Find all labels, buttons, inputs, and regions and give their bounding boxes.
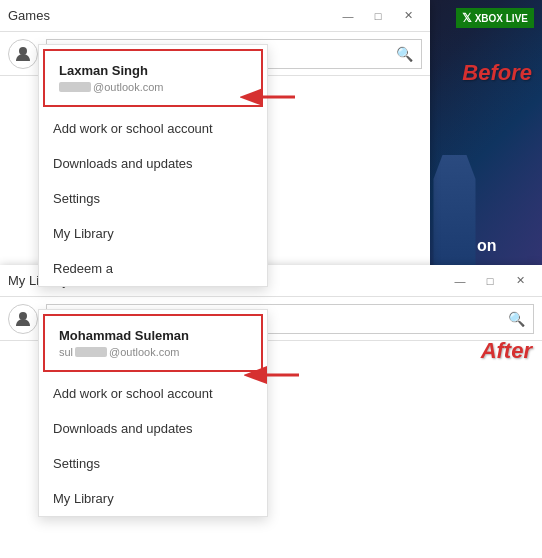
bottom-user-email: sul@outlook.com [59,346,247,358]
top-menu-redeem[interactable]: Redeem a [39,251,267,286]
top-window-title: Games [8,8,334,23]
top-menu-add-work[interactable]: Add work or school account [39,111,267,146]
top-menu-library[interactable]: My Library [39,216,267,251]
top-maximize-button[interactable]: □ [364,4,392,28]
arrow-bottom-svg [244,360,304,390]
bottom-menu-library[interactable]: My Library [39,481,267,516]
bottom-arrow [244,360,304,397]
svg-point-0 [19,47,27,55]
bottom-window: My Library — □ ✕ 🔍 Mohammad Suleman sul@… [0,265,542,558]
top-user-icon-button[interactable] [8,39,38,69]
bottom-user-icon-button[interactable] [8,304,38,334]
xbox-live-label: XBOX LIVE [475,13,528,24]
top-arrow [240,82,300,119]
bottom-menu-downloads[interactable]: Downloads and updates [39,411,267,446]
bottom-dropdown-menu: Mohammad Suleman sul@outlook.com Add wor… [38,309,268,517]
top-user-email: @outlook.com [59,81,247,93]
bottom-maximize-button[interactable]: □ [476,269,504,293]
bottom-email-blur [75,347,107,357]
top-search-button[interactable]: 🔍 [396,46,413,62]
bottom-menu-settings[interactable]: Settings [39,446,267,481]
xbox-live-badge-top: 𝕏 XBOX LIVE [456,8,534,28]
bottom-email-domain: @outlook.com [109,346,179,358]
top-email-domain: @outlook.com [93,81,163,93]
top-user-info[interactable]: Laxman Singh @outlook.com [43,49,263,107]
after-label: After [481,338,532,364]
bottom-close-button[interactable]: ✕ [506,269,534,293]
top-dropdown-menu: Laxman Singh @outlook.com Add work or sc… [38,44,268,287]
bottom-search-button[interactable]: 🔍 [508,311,525,327]
bottom-minimize-button[interactable]: — [446,269,474,293]
bottom-user-info[interactable]: Mohammad Suleman sul@outlook.com [43,314,263,372]
svg-point-2 [19,312,27,320]
bottom-email-prefix: sul [59,346,73,358]
on-text-top: on [477,237,497,255]
top-close-button[interactable]: ✕ [394,4,422,28]
user-icon-svg [14,45,32,63]
bottom-user-name: Mohammad Suleman [59,328,247,343]
top-window-controls: — □ ✕ [334,4,422,28]
bottom-user-icon-svg [14,310,32,328]
before-label: Before [462,60,532,86]
xbox-x-icon: 𝕏 [462,11,472,25]
top-user-name: Laxman Singh [59,63,247,78]
top-title-bar: Games — □ ✕ [0,0,430,32]
top-minimize-button[interactable]: — [334,4,362,28]
top-menu-downloads[interactable]: Downloads and updates [39,146,267,181]
top-window: Games — □ ✕ 🔍 Laxman Singh @outlook.com [0,0,430,275]
top-menu-settings[interactable]: Settings [39,181,267,216]
top-email-blur [59,82,91,92]
bottom-menu-add-work[interactable]: Add work or school account [39,376,267,411]
arrow-top-svg [240,82,300,112]
bottom-window-controls: — □ ✕ [446,269,534,293]
